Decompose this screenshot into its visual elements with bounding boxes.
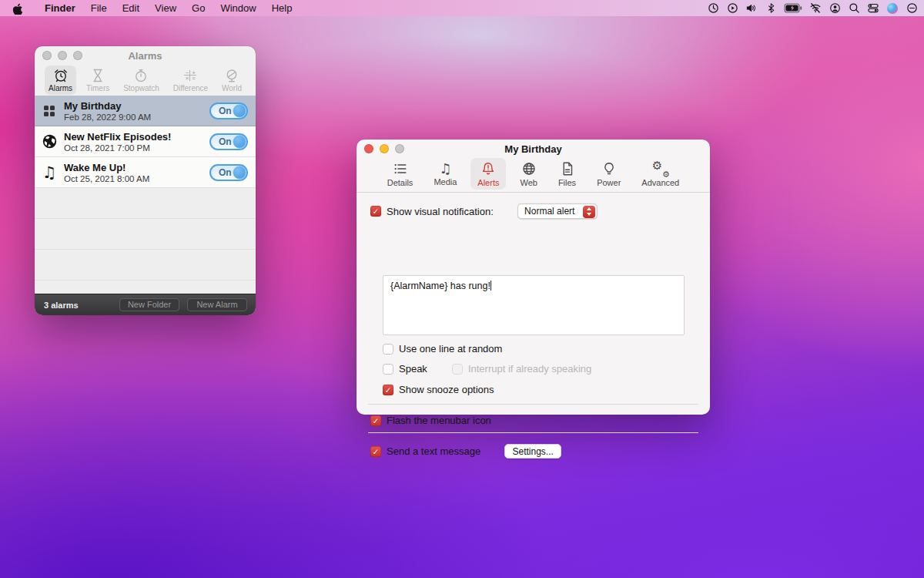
- interrupt-label: Interrupt if already speaking: [468, 363, 591, 375]
- tab-label: Media: [434, 177, 457, 187]
- menu-item-window[interactable]: Window: [213, 2, 263, 14]
- tab-label: Files: [558, 178, 576, 187]
- send-text-message-checkbox[interactable]: [370, 446, 381, 457]
- menu-item-edit[interactable]: Edit: [115, 2, 147, 14]
- alarm-datetime: Oct 25, 2021 8:00 AM: [64, 174, 149, 183]
- siri-icon[interactable]: [886, 2, 899, 15]
- toggle-knob: [233, 136, 246, 148]
- tab-advanced[interactable]: ⚙⚙ Advanced: [634, 158, 686, 190]
- toggle-label: On: [219, 136, 232, 147]
- close-button[interactable]: [364, 144, 373, 153]
- menu-item-file[interactable]: File: [83, 2, 115, 14]
- tab-details[interactable]: Details: [380, 158, 420, 190]
- tab-stopwatch[interactable]: Stopwatch: [119, 66, 163, 95]
- new-alarm-button[interactable]: New Alarm: [187, 298, 247, 311]
- tab-difference[interactable]: −+×= Difference: [169, 66, 212, 95]
- user-menu-icon[interactable]: [829, 2, 841, 15]
- empty-list-row: [35, 281, 256, 294]
- alarm-row-netflix[interactable]: New NetFlix Episodes! Oct 28, 2021 7:00 …: [35, 126, 256, 157]
- stepper-icon: [583, 206, 595, 218]
- alarm-row-wake-me-up[interactable]: ♫ Wake Me Up! Oct 25, 2021 8:00 AM On: [35, 157, 256, 188]
- tab-label: World: [222, 84, 242, 92]
- alarm-row-my-birthday[interactable]: My Birthday Feb 28, 2022 9:00 AM On: [35, 96, 256, 126]
- globe-icon: [521, 161, 537, 176]
- tab-label: Web: [520, 178, 537, 187]
- menu-bar: Finder File Edit View Go Window Help: [0, 0, 924, 16]
- detail-titlebar[interactable]: My Birthday: [357, 139, 710, 156]
- menu-item-help[interactable]: Help: [264, 2, 300, 14]
- tab-files[interactable]: Files: [551, 158, 583, 190]
- lightbulb-icon: [601, 161, 617, 176]
- do-not-disturb-icon[interactable]: [906, 2, 918, 15]
- alert-message-textarea[interactable]: {AlarmName} has rung!: [383, 275, 685, 335]
- tab-world[interactable]: World: [218, 66, 246, 95]
- alarm-datetime: Oct 28, 2021 7:00 PM: [64, 143, 171, 153]
- battery-charging-icon[interactable]: [784, 2, 802, 15]
- alarms-footer: 3 alarms New Folder New Alarm: [35, 294, 256, 315]
- grid-icon: [35, 106, 64, 116]
- alarm-name: My Birthday: [64, 100, 151, 112]
- settings-button[interactable]: Settings...: [504, 444, 561, 459]
- tab-web[interactable]: Web: [513, 158, 544, 190]
- alarm-toggle[interactable]: On: [209, 133, 248, 150]
- alarms-window: Alarms Alarms Timers Stopwatch: [35, 46, 256, 315]
- play-circle-icon[interactable]: [726, 2, 738, 15]
- show-visual-notification-checkbox[interactable]: [370, 206, 381, 217]
- menu-item-go[interactable]: Go: [184, 2, 213, 14]
- alarm-name: New NetFlix Episodes!: [64, 131, 171, 143]
- alert-style-dropdown[interactable]: Normal alert: [517, 203, 598, 219]
- use-one-line-checkbox[interactable]: [383, 344, 393, 355]
- alarm-clock-icon[interactable]: [707, 2, 719, 15]
- alarm-clock-icon: [53, 68, 69, 83]
- minimize-button[interactable]: [380, 144, 389, 153]
- close-button[interactable]: [42, 51, 52, 60]
- difference-icon: −+×=: [184, 70, 196, 81]
- flash-menubar-checkbox[interactable]: [370, 415, 381, 426]
- alarms-titlebar[interactable]: Alarms: [35, 46, 256, 65]
- list-icon: [393, 161, 408, 176]
- tab-media[interactable]: ♫ Media: [427, 158, 464, 189]
- hourglass-icon: [90, 68, 105, 83]
- world-globe-icon: [224, 68, 239, 83]
- tab-label: Alarms: [49, 84, 72, 92]
- tab-label: Advanced: [641, 178, 679, 187]
- menu-item-view[interactable]: View: [147, 2, 184, 14]
- alarm-toggle[interactable]: On: [209, 102, 248, 119]
- tab-power[interactable]: Power: [590, 158, 628, 190]
- alarm-count: 3 alarms: [44, 294, 79, 316]
- bluetooth-icon[interactable]: [765, 2, 777, 15]
- alarm-name: Wake Me Up!: [64, 162, 149, 173]
- toggle-knob: [233, 166, 246, 179]
- zoom-button[interactable]: [395, 144, 404, 153]
- minimize-button[interactable]: [58, 51, 67, 60]
- gears-icon: ⚙⚙: [652, 161, 669, 176]
- tab-alerts[interactable]: Alerts: [470, 158, 506, 190]
- show-visual-notification-label: Show visual notification:: [387, 206, 494, 217]
- detail-toolbar: Details ♫ Media Alerts Web: [357, 156, 710, 193]
- control-center-icon[interactable]: [867, 2, 879, 15]
- alert-style-value: Normal alert: [518, 204, 581, 219]
- zoom-button[interactable]: [73, 51, 82, 60]
- apple-menu-icon[interactable]: [12, 2, 23, 15]
- toggle-knob: [233, 105, 246, 117]
- tab-label: Alerts: [477, 178, 499, 187]
- stopwatch-icon: [133, 68, 149, 83]
- volume-icon[interactable]: [745, 2, 758, 15]
- show-snooze-checkbox[interactable]: [383, 385, 393, 395]
- tab-timers[interactable]: Timers: [82, 66, 113, 95]
- menu-item-finder[interactable]: Finder: [37, 2, 83, 14]
- new-folder-button[interactable]: New Folder: [119, 298, 179, 311]
- speak-checkbox[interactable]: [383, 364, 393, 375]
- empty-list-row: [35, 250, 256, 281]
- tab-alarms[interactable]: Alarms: [45, 66, 76, 95]
- search-icon[interactable]: [848, 2, 860, 15]
- interrupt-checkbox: [452, 364, 463, 375]
- alert-message-text: {AlarmName} has rung!: [390, 281, 490, 291]
- music-note-icon: ♫: [439, 161, 451, 176]
- alarms-tab-bar: Alarms Timers Stopwatch −+×= Difference: [35, 65, 256, 96]
- empty-list-row: [35, 188, 256, 219]
- wifi-off-icon[interactable]: [809, 2, 822, 15]
- speak-label: Speak: [399, 363, 427, 375]
- alarm-toggle[interactable]: On: [209, 164, 248, 181]
- music-note-icon: ♫: [35, 165, 64, 180]
